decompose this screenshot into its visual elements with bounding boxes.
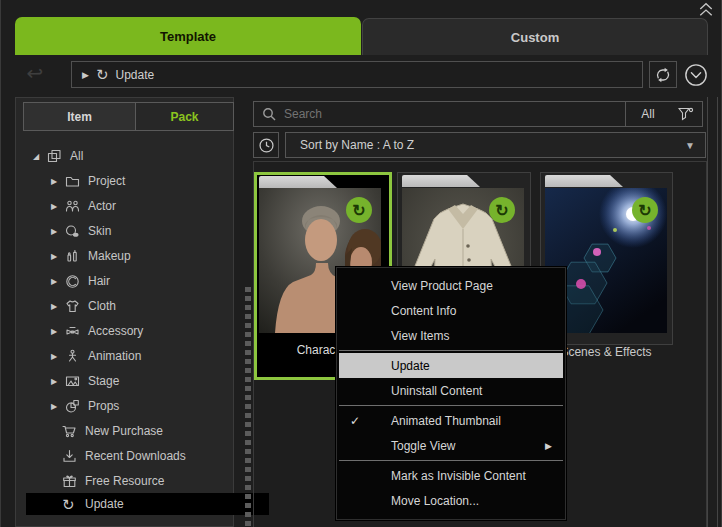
all-icon: [47, 149, 67, 164]
sort-dropdown-value: Sort by Name : A to Z: [300, 138, 685, 152]
sidebar-tab-item[interactable]: Item: [23, 102, 136, 131]
context-menu: View Product Page Content Info View Item…: [336, 267, 566, 520]
tree-item-cloth[interactable]: ▶ Cloth: [16, 294, 268, 318]
update-badge-icon: ↻: [489, 197, 515, 223]
recent-downloads-icon: [62, 449, 82, 464]
tree-item-update[interactable]: ↻ Update: [26, 493, 269, 515]
chevron-down-circle-icon: [684, 63, 708, 87]
sidebar-tab-pack-label: Pack: [170, 110, 198, 124]
menu-item-view-items[interactable]: View Items: [337, 323, 565, 348]
menu-separator: [339, 350, 563, 351]
cloth-icon: [65, 299, 85, 314]
chevron-double-up-icon: [698, 2, 716, 17]
search-input[interactable]: [282, 106, 625, 122]
tree-item-actor[interactable]: ▶ Actor: [16, 194, 268, 218]
expander-icon[interactable]: ▶: [51, 277, 65, 286]
collapse-panel-button[interactable]: [698, 2, 716, 18]
expander-icon[interactable]: ▶: [51, 327, 65, 336]
menu-item-toggle-view[interactable]: Toggle View ▶: [337, 433, 565, 458]
menu-item-uninstall-content[interactable]: Uninstall Content: [337, 378, 565, 403]
menu-item-update[interactable]: Update: [339, 353, 563, 378]
expander-icon[interactable]: ▶: [51, 227, 65, 236]
tree-item-makeup[interactable]: ▶ Makeup: [16, 244, 268, 268]
back-button[interactable]: ↩: [21, 59, 49, 87]
sidebar-scrollbar[interactable]: [245, 287, 251, 527]
expander-icon[interactable]: ▶: [51, 377, 65, 386]
tree-item-animation[interactable]: ▶ Animation: [16, 344, 268, 368]
tab-custom-label: Custom: [511, 30, 559, 45]
expander-icon[interactable]: ▶: [51, 402, 65, 411]
props-icon: [65, 399, 85, 414]
tab-custom[interactable]: Custom: [362, 18, 708, 55]
expander-icon[interactable]: ◢: [33, 152, 47, 161]
tree-item-hair[interactable]: ▶ Hair: [16, 269, 268, 293]
menu-item-move-location[interactable]: Move Location...: [337, 488, 565, 513]
sync-icon: [654, 66, 672, 84]
project-icon: [65, 174, 85, 189]
folder-tab-icon: [402, 175, 480, 187]
content-scrollbar[interactable]: [707, 97, 718, 527]
update-badge-icon: ↻: [346, 197, 372, 223]
check-icon: ✓: [350, 414, 360, 428]
search-scope-label[interactable]: All: [626, 107, 670, 121]
folder-tab-icon: [259, 176, 337, 188]
update-icon: ↻: [62, 497, 82, 512]
expander-icon[interactable]: ▶: [51, 177, 65, 186]
expand-toolbar-button[interactable]: [683, 62, 708, 87]
tab-template-label: Template: [160, 29, 216, 44]
expander-icon[interactable]: ▶: [51, 352, 65, 361]
filter-button[interactable]: [670, 102, 702, 126]
sort-dropdown[interactable]: Sort by Name : A to Z ▼: [285, 132, 706, 158]
tree-item-all[interactable]: ◢ All: [16, 144, 250, 168]
tab-template[interactable]: Template: [15, 17, 361, 55]
tree-item-stage[interactable]: ▶ Stage: [16, 369, 268, 393]
makeup-icon: [65, 249, 85, 264]
search-bar: All: [253, 101, 703, 127]
tree-item-project[interactable]: ▶ Project: [16, 169, 268, 193]
category-sidebar: Item Pack ◢ All ▶ Project ▶ Actor ▶: [15, 97, 234, 527]
skin-icon: [65, 224, 85, 239]
expander-icon[interactable]: ▶: [51, 302, 65, 311]
expander-icon[interactable]: ▶: [51, 252, 65, 261]
breadcrumb-label: Update: [116, 68, 155, 82]
tree-item-accessory[interactable]: ▶ Accessory: [16, 319, 268, 343]
filter-funnel-icon: [678, 107, 694, 121]
stage-icon: [65, 374, 85, 389]
update-category-icon: ↻: [96, 67, 109, 82]
menu-item-view-product-page[interactable]: View Product Page: [337, 273, 565, 298]
chevron-down-icon: ▼: [685, 140, 695, 151]
menu-item-mark-as-invisible-content[interactable]: Mark as Invisible Content: [337, 463, 565, 488]
sidebar-tab-pack[interactable]: Pack: [135, 102, 234, 131]
tree-item-free-resource[interactable]: Free Resource: [16, 469, 279, 493]
breadcrumb-path[interactable]: ▶ ↻ Update: [71, 61, 643, 88]
tree-item-new-purchase[interactable]: New Purchase: [16, 419, 279, 443]
menu-item-content-info[interactable]: Content Info: [337, 298, 565, 323]
expander-icon[interactable]: ▶: [51, 202, 65, 211]
menu-separator: [339, 460, 563, 461]
submenu-arrow-icon: ▶: [545, 441, 552, 451]
animation-icon: [65, 349, 85, 364]
menu-item-animated-thumbnail[interactable]: ✓ Animated Thumbnail: [337, 408, 565, 433]
folder-tab-icon: [545, 175, 623, 187]
tree-item-props[interactable]: ▶ Props: [16, 394, 268, 418]
search-icon: [262, 107, 276, 121]
breadcrumb-expand-icon[interactable]: ▶: [82, 70, 89, 80]
accessory-icon: [65, 324, 85, 339]
back-arrow-icon: ↩: [27, 61, 44, 85]
tree-item-skin[interactable]: ▶ Skin: [16, 219, 268, 243]
free-resource-icon: [62, 474, 82, 489]
tree-item-recent-downloads[interactable]: Recent Downloads: [16, 444, 279, 468]
hair-icon: [65, 274, 85, 289]
content-manager-window: Template Custom ↩ ▶ ↻ Update Item: [0, 0, 722, 527]
actor-icon: [65, 199, 85, 214]
update-badge-icon: ↻: [632, 197, 658, 223]
clock-icon: [258, 137, 275, 154]
menu-separator: [339, 405, 563, 406]
sync-content-button[interactable]: [649, 61, 677, 88]
new-purchase-icon: [62, 424, 82, 439]
sidebar-tab-item-label: Item: [67, 110, 92, 124]
recent-sort-button[interactable]: [253, 132, 279, 158]
